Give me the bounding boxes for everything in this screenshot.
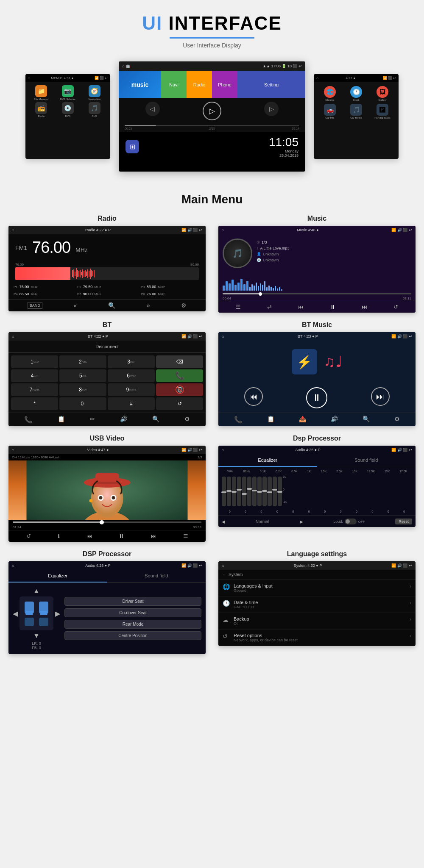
icon-item-dvd[interactable]: 💿 DVD xyxy=(56,102,81,117)
icon-item-aux[interactable]: 🎵 AUX xyxy=(82,102,107,117)
slider-80hz[interactable] xyxy=(227,477,231,506)
bt-key-hash[interactable]: # xyxy=(108,397,155,410)
lang-item-date-time[interactable]: 🕐 Date & time GMT+00:00 › xyxy=(218,596,416,613)
radio-next-btn[interactable]: » xyxy=(147,302,150,309)
bt-key-9[interactable]: 9WXYZ xyxy=(108,383,155,396)
icon-item-radio[interactable]: 📻 Radio xyxy=(29,102,54,117)
bt-phone-icon[interactable]: 📞 xyxy=(24,416,33,424)
dsp-arrow-down[interactable]: ▼ xyxy=(33,632,40,640)
bt-key-7[interactable]: 7PQRS xyxy=(11,383,58,396)
bt-key-0[interactable]: 0+ xyxy=(59,397,106,410)
app-grid-icon[interactable]: ⊞ xyxy=(126,140,139,153)
preset-p2[interactable]: P279.50MHz xyxy=(75,283,139,290)
bt-key-6[interactable]: 6MNO xyxy=(108,369,155,382)
dsp-next-icon[interactable]: ▶ xyxy=(300,519,303,524)
bt-playpause-btn[interactable]: ⏸ xyxy=(306,387,327,408)
slider-1_5k[interactable] xyxy=(252,477,257,506)
lang-item-language-input[interactable]: 🌐 Languages & input Gboard › xyxy=(218,580,416,596)
music-shuffle-icon[interactable]: ⇄ xyxy=(267,304,272,310)
dsp-driver-seat-btn[interactable]: Driver Seat xyxy=(64,597,201,606)
lang-item-reset[interactable]: ↺ Reset options Network, apps, or device… xyxy=(218,630,416,646)
preset-p6[interactable]: P676.00MHz xyxy=(139,291,202,297)
music-next-icon[interactable]: ▷ xyxy=(264,102,279,116)
bt-key-end[interactable]: 📵 xyxy=(156,383,203,396)
bt-key-8[interactable]: 8TUV xyxy=(59,383,106,396)
icon-item-car-info[interactable]: 🚗 Car Info xyxy=(318,104,342,119)
nav-radio[interactable]: Radio xyxy=(187,71,212,98)
dsp-centre-position-btn[interactable]: Centre Position xyxy=(64,631,201,640)
nav-music[interactable]: music xyxy=(119,71,161,98)
dsp-sf-tab-sf[interactable]: Sound field xyxy=(107,570,206,582)
dsp-tab-eq[interactable]: Equalizer xyxy=(218,454,317,467)
preset-p4[interactable]: P486.50MHz xyxy=(12,291,75,297)
icon-item-file-manager[interactable]: 📁 File Manager xyxy=(29,85,54,100)
bt-music-contacts-icon[interactable]: 📋 xyxy=(267,416,274,424)
music-repeat-icon[interactable]: ↺ xyxy=(393,304,398,310)
radio-band-btn[interactable]: BAND xyxy=(28,302,42,309)
preset-p5[interactable]: P590.00MHz xyxy=(75,291,139,297)
music-pause-control[interactable]: ⏸ xyxy=(330,304,335,310)
icon-item-gallery[interactable]: 🖼 Gallery xyxy=(371,86,394,101)
dsp-codriver-seat-btn[interactable]: Co-driver Seat xyxy=(64,608,201,617)
radio-settings-btn[interactable]: ⚙ xyxy=(181,302,187,309)
slider-2_5k[interactable] xyxy=(257,477,262,506)
bt-contacts-icon[interactable]: 📋 xyxy=(58,416,65,424)
nav-navi[interactable]: Navi xyxy=(161,71,187,98)
bt-edit-icon[interactable]: ✏ xyxy=(90,416,95,424)
dsp-arrow-up[interactable]: ▲ xyxy=(33,587,40,595)
bt-music-phone-icon[interactable]: 📞 xyxy=(234,416,243,424)
dsp-sf-tab-eq[interactable]: Equalizer xyxy=(8,570,107,582)
dsp-reset-btn[interactable]: Reset xyxy=(395,519,412,524)
bt-key-3[interactable]: 3DEF xyxy=(108,355,155,368)
usb-list-icon[interactable]: ☰ xyxy=(183,533,188,539)
dsp-prev-icon[interactable]: ◀ xyxy=(222,519,225,524)
bt-music-settings-icon[interactable]: ⚙ xyxy=(394,416,400,424)
bt-next-btn[interactable]: ⏭ xyxy=(371,387,390,406)
slider-200hz[interactable] xyxy=(237,477,241,506)
icon-item-car-media[interactable]: 🎵 Car Media xyxy=(344,104,368,119)
radio-search-btn[interactable]: 🔍 xyxy=(108,302,115,309)
music-play-icon[interactable]: ▷ xyxy=(203,102,221,120)
slider-10k[interactable] xyxy=(262,477,267,506)
usb-pause-icon[interactable]: ⏸ xyxy=(119,533,124,539)
icon-item-dvr[interactable]: 📷 DVR Selector xyxy=(56,85,81,100)
dsp-arrow-left[interactable]: ◀ xyxy=(13,610,18,618)
bt-volume-icon[interactable]: 🔊 xyxy=(120,416,127,424)
dsp-rear-mode-btn[interactable]: Rear Mode xyxy=(64,620,201,629)
bt-key-call[interactable]: 📞 xyxy=(156,369,203,382)
music-next-control[interactable]: ⏭ xyxy=(362,304,367,310)
lang-back-button[interactable]: ← System xyxy=(218,570,416,580)
slider-60hz[interactable] xyxy=(222,477,226,506)
bt-key-del[interactable]: ⌫ xyxy=(156,355,203,368)
preset-p3[interactable]: P383.00MHz xyxy=(139,283,202,290)
bt-prev-btn[interactable]: ⏮ xyxy=(244,387,263,406)
bt-key-refresh[interactable]: ↺ xyxy=(156,397,203,410)
nav-phone[interactable]: Phone xyxy=(212,71,237,98)
bt-search-icon[interactable]: 🔍 xyxy=(152,416,159,424)
music-prev-icon[interactable]: ◁ xyxy=(145,102,160,116)
icon-item-clock[interactable]: 🕐 Clock xyxy=(344,86,368,101)
bt-settings-icon[interactable]: ⚙ xyxy=(184,416,190,424)
bt-music-volume-icon[interactable]: 🔊 xyxy=(331,416,338,424)
dsp-loud-toggle[interactable] xyxy=(345,519,357,524)
bt-key-5[interactable]: 5JKL xyxy=(59,369,106,382)
usb-next-icon[interactable]: ⏭ xyxy=(151,533,156,539)
radio-prev-btn[interactable]: « xyxy=(74,302,77,309)
usb-info-icon[interactable]: ℹ xyxy=(58,533,60,539)
bt-key-4[interactable]: 4GHI xyxy=(11,369,58,382)
preset-p1[interactable]: P176.00MHz xyxy=(12,283,75,290)
music-prev-control[interactable]: ⏮ xyxy=(298,304,304,310)
nav-setting[interactable]: Setting xyxy=(237,71,305,98)
icon-item-chrome[interactable]: 🌐 Chrome xyxy=(318,86,342,101)
slider-1k[interactable] xyxy=(247,477,251,506)
slider-12_5k[interactable] xyxy=(268,477,272,506)
bt-music-share-icon[interactable]: 📤 xyxy=(299,416,306,424)
bt-music-search-icon[interactable]: 🔍 xyxy=(363,416,370,424)
slider-100hz[interactable] xyxy=(232,477,236,506)
music-list-icon[interactable]: ☰ xyxy=(236,304,241,310)
dsp-arrow-right[interactable]: ▶ xyxy=(55,610,60,618)
bt-key-1[interactable]: 1GLD xyxy=(11,355,58,368)
icon-item-navigation[interactable]: 🧭 Navigation xyxy=(82,85,107,100)
usb-prev-icon[interactable]: ⏮ xyxy=(86,533,92,539)
dsp-tab-soundfield[interactable]: Sound field xyxy=(317,454,416,467)
